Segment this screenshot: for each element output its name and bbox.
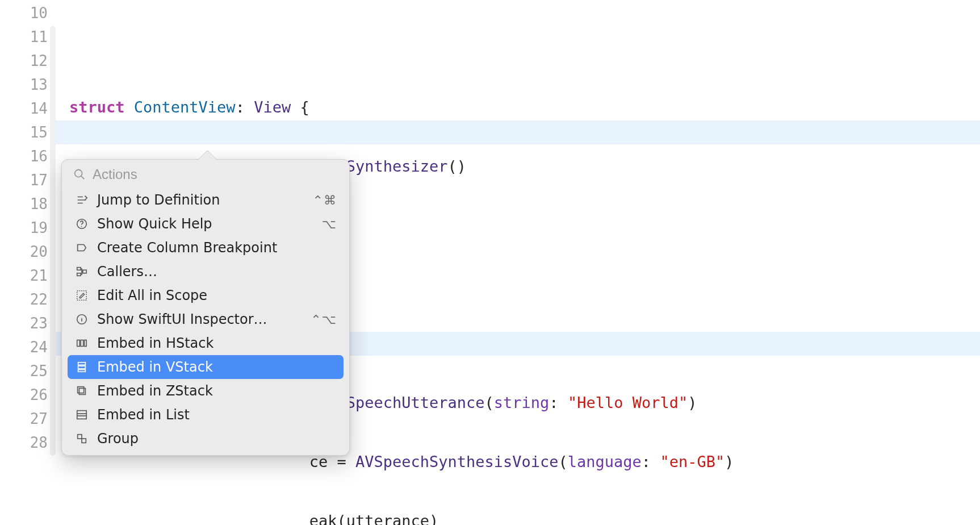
menu-item-jump-to-definition[interactable]: Jump to Definition⌃⌘: [68, 188, 344, 212]
hstack-icon: [74, 337, 89, 349]
line-number: 12: [0, 49, 56, 73]
menu-item-label: Embed in List: [97, 407, 337, 423]
svg-rect-10: [81, 340, 83, 347]
svg-rect-6: [83, 270, 86, 273]
menu-item-shortcut: ⌃⌥: [311, 312, 337, 327]
search-icon: [73, 168, 86, 181]
code-line: [69, 36, 980, 60]
menu-item-embed-list[interactable]: Embed in List: [68, 403, 344, 427]
line-number: 16: [0, 144, 56, 168]
menu-item-callers[interactable]: Callers…: [68, 260, 344, 284]
line-number: 28: [0, 431, 56, 455]
menu-item-label: Jump to Definition: [97, 192, 305, 208]
line-number: 10: [0, 1, 56, 25]
menu-item-embed-zstack[interactable]: Embed in ZStack: [68, 379, 344, 403]
svg-rect-13: [78, 366, 86, 369]
group-icon: [74, 432, 89, 445]
callers-icon: [74, 265, 89, 278]
svg-point-0: [75, 170, 82, 177]
line-number-gutter: 10111213141516171819202122232425262728: [0, 0, 56, 525]
svg-rect-16: [78, 387, 84, 393]
svg-rect-19: [82, 439, 86, 443]
menu-item-create-breakpoint[interactable]: Create Column Breakpoint: [68, 236, 344, 260]
definition-icon: [74, 194, 89, 206]
vstack-icon: [74, 361, 89, 373]
svg-rect-4: [77, 268, 81, 270]
menu-item-label: Callers…: [97, 264, 337, 280]
svg-rect-12: [78, 363, 86, 365]
svg-rect-18: [78, 435, 82, 439]
menu-item-label: Embed in VStack: [97, 359, 337, 375]
line-number: 18: [0, 192, 56, 216]
menu-item-label: Group: [97, 431, 337, 447]
actions-search-input[interactable]: [93, 166, 338, 182]
menu-item-swiftui-inspector[interactable]: Show SwiftUI Inspector…⌃⌥: [68, 307, 344, 331]
code-line: struct ContentView: View {: [69, 95, 980, 119]
line-number: 13: [0, 73, 56, 97]
line-number: 27: [0, 407, 56, 431]
line-number: 19: [0, 216, 56, 240]
svg-rect-14: [78, 370, 86, 372]
line-number: 24: [0, 335, 56, 359]
menu-item-label: Create Column Breakpoint: [97, 240, 337, 256]
menu-item-shortcut: ⌥: [322, 217, 337, 231]
menu-item-label: Embed in HStack: [97, 335, 337, 351]
line-number: 15: [0, 120, 56, 144]
menu-item-label: Edit All in Scope: [97, 288, 337, 303]
svg-rect-5: [77, 273, 81, 276]
menu-item-label: Embed in ZStack: [97, 383, 337, 399]
svg-rect-9: [77, 340, 80, 347]
menu-item-label: Show Quick Help: [97, 216, 314, 232]
line-number: 14: [0, 97, 56, 120]
actions-popover: Jump to Definition⌃⌘Show Quick Help⌥Crea…: [61, 159, 350, 456]
line-number: 26: [0, 383, 56, 407]
svg-rect-15: [79, 388, 85, 394]
code-line: eak(utterance): [69, 509, 980, 525]
svg-line-1: [81, 176, 84, 179]
menu-item-group[interactable]: Group: [68, 427, 344, 451]
menu-item-embed-vstack[interactable]: Embed in VStack: [68, 355, 344, 379]
actions-search-row: [62, 160, 349, 188]
zstack-icon: [74, 385, 89, 397]
svg-rect-17: [77, 411, 87, 419]
line-number: 23: [0, 311, 56, 335]
svg-rect-11: [85, 340, 87, 347]
line-number: 11: [0, 25, 56, 49]
line-number: 17: [0, 168, 56, 192]
line-number: 21: [0, 264, 56, 288]
list-icon: [74, 409, 89, 421]
line-number: 22: [0, 288, 56, 311]
menu-item-embed-hstack[interactable]: Embed in HStack: [68, 331, 344, 355]
help-icon: [74, 218, 89, 230]
actions-menu-list: Jump to Definition⌃⌘Show Quick Help⌥Crea…: [62, 188, 349, 451]
line-number: 20: [0, 240, 56, 264]
menu-item-edit-all-in-scope[interactable]: Edit All in Scope: [68, 284, 344, 307]
menu-item-label: Show SwiftUI Inspector…: [97, 311, 303, 327]
menu-item-shortcut: ⌃⌘: [313, 193, 337, 207]
svg-point-3: [81, 226, 82, 227]
edit-icon: [74, 289, 89, 302]
inspector-icon: [74, 313, 89, 326]
line-number: 25: [0, 359, 56, 383]
menu-item-show-quick-help[interactable]: Show Quick Help⌥: [68, 212, 344, 236]
breakpoint-icon: [74, 241, 89, 254]
